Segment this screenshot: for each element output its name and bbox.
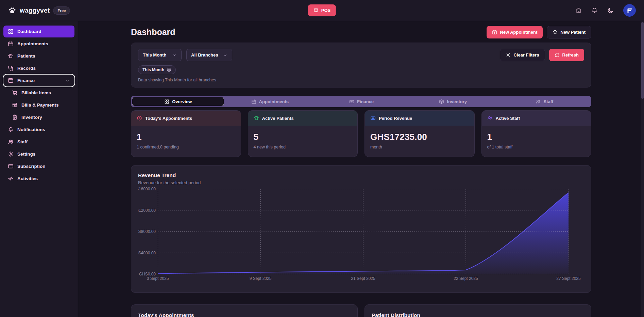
package-icon: [439, 99, 444, 104]
sidebar-item-label: Appointments: [17, 41, 48, 46]
stat-card-active-staff: Active Staff1of 1 total staff: [481, 110, 592, 157]
topbar: waggyvet Free POS: [0, 0, 644, 21]
bottom-card-todays-appointments: Today's Appointments0 scheduled for toda…: [131, 304, 358, 317]
paw-icon: [8, 53, 14, 59]
bell-icon[interactable]: [591, 7, 598, 14]
page-title: Dashboard: [131, 27, 175, 37]
sidebar-item-inventory[interactable]: Inventory: [7, 111, 74, 123]
branch-select[interactable]: All Branches: [186, 49, 232, 61]
sidebar-item-appointments[interactable]: Appointments: [3, 38, 74, 50]
stat-card-todays-appointments: Today's Appointments11 confirmed,0 pendi…: [131, 110, 241, 157]
x-axis-tick: 27 Sept 2025: [556, 276, 580, 281]
period-select[interactable]: This Month: [138, 49, 182, 61]
sidebar-item-label: Dashboard: [17, 29, 41, 34]
card-title: Today's Appointments: [138, 312, 351, 317]
tab-appointments[interactable]: Appointments: [224, 97, 316, 106]
stat-value: 1: [137, 132, 235, 142]
remove-filter-icon[interactable]: [167, 67, 171, 72]
filter-summary: Data showing This Month for all branches: [138, 78, 584, 82]
stat-subtext: 4 new this period: [254, 145, 352, 149]
stat-card-period-revenue: Period RevenueGHS17235.00month: [365, 110, 475, 157]
tab-overview[interactable]: Overview: [132, 97, 224, 106]
sidebar-item-label: Staff: [17, 139, 28, 144]
sidebar-item-patients[interactable]: Patients: [3, 50, 74, 62]
sidebar-item-label: Records: [17, 66, 36, 71]
sidebar-item-activities[interactable]: Activities: [3, 173, 74, 185]
sidebar-item-label: Bills & Payments: [21, 102, 59, 108]
users-icon: [8, 139, 14, 145]
avatar[interactable]: [623, 4, 636, 17]
stat-card-active-patients: Active Patients54 new this period: [248, 110, 358, 157]
y-axis-labels: GHS16000.00GHS12000.00GHS8000.00GHS4000.…: [138, 189, 156, 274]
plan-badge: Free: [53, 6, 70, 15]
sidebar-item-billable-items[interactable]: Billable Items: [7, 87, 74, 99]
bottom-grid: Today's Appointments0 scheduled for toda…: [131, 304, 591, 317]
sidebar-item-dashboard[interactable]: Dashboard: [3, 26, 74, 37]
sidebar-item-label: Inventory: [21, 115, 42, 120]
new-appointment-button[interactable]: New Appointment: [487, 26, 543, 38]
y-axis-tick: GHS4000.00: [138, 251, 156, 255]
tab-finance[interactable]: Finance: [316, 97, 407, 106]
credit-card-icon: [8, 163, 14, 169]
chart-title: Revenue Trend: [138, 172, 584, 178]
wallet-icon: [8, 78, 14, 83]
sidebar-item-records[interactable]: Records: [3, 62, 74, 74]
sidebar-item-staff[interactable]: Staff: [3, 136, 74, 148]
clipboard-icon: [12, 114, 18, 120]
grid-icon: [8, 29, 14, 34]
pos-button[interactable]: POS: [308, 4, 336, 16]
chevron-down-icon: [172, 53, 177, 58]
page-header: Dashboard New Appointment New Patient: [131, 26, 591, 38]
stat-title: Active Staff: [496, 116, 520, 121]
brand-name: waggyvet: [20, 7, 50, 14]
new-patient-button[interactable]: New Patient: [547, 26, 591, 38]
stethoscope-icon: [8, 65, 14, 71]
scrollbar[interactable]: [641, 21, 644, 317]
chevron-down-icon: [223, 53, 227, 58]
topbar-actions: [575, 4, 636, 17]
moon-icon[interactable]: [607, 7, 614, 14]
sidebar-item-settings[interactable]: Settings: [3, 148, 74, 160]
sidebar-item-label: Subscription: [17, 164, 46, 169]
bell-icon: [8, 127, 14, 132]
scrollbar-thumb[interactable]: [641, 22, 644, 99]
sidebar-item-label: Finance: [17, 78, 35, 83]
stat-value: 1: [487, 132, 586, 142]
gear-icon: [8, 151, 14, 157]
grid-icon: [164, 99, 169, 104]
sidebar-item-finance[interactable]: Finance: [3, 75, 74, 86]
stats-grid: Today's Appointments11 confirmed,0 pendi…: [131, 110, 591, 157]
home-icon[interactable]: [575, 7, 582, 14]
x-axis-labels: 3 Sept 20259 Sept 202521 Sept 202522 Sep…: [158, 276, 569, 283]
sidebar-item-label: Notifications: [17, 127, 45, 132]
calendar-plus-icon: [492, 30, 497, 35]
sidebar-item-subscription[interactable]: Subscription: [3, 160, 74, 172]
stat-subtext: 1 confirmed,0 pending: [137, 145, 235, 149]
tab-label: Staff: [543, 99, 553, 104]
tab-inventory[interactable]: Inventory: [407, 97, 499, 106]
tab-staff[interactable]: Staff: [499, 97, 590, 106]
refresh-button[interactable]: Refresh: [549, 49, 584, 61]
banknote-icon: [349, 99, 354, 104]
sidebar-item-notifications[interactable]: Notifications: [3, 124, 74, 136]
sidebar-item-label: Activities: [17, 176, 38, 181]
store-icon: [313, 8, 319, 13]
calendar-icon: [8, 41, 14, 47]
cart-icon: [12, 90, 18, 96]
active-filter-chip[interactable]: This Month: [138, 65, 176, 74]
x-axis-tick: 21 Sept 2025: [351, 276, 375, 281]
clear-filters-button[interactable]: Clear Filters: [500, 49, 545, 61]
chevron-down-icon: [65, 78, 70, 83]
stat-title: Period Revenue: [379, 116, 412, 121]
filter-actions: Clear Filters Refresh: [500, 49, 584, 61]
chip-label: This Month: [142, 67, 164, 72]
y-axis-tick: GHS16000.00: [138, 187, 156, 191]
users-icon: [536, 99, 541, 104]
y-axis-tick: GHS8000.00: [138, 229, 156, 234]
clear-filters-label: Clear Filters: [513, 53, 539, 57]
paw-icon: [553, 30, 558, 35]
tabs-bar: OverviewAppointmentsFinanceInventoryStaf…: [131, 96, 591, 107]
sidebar: DashboardAppointmentsPatientsRecordsFina…: [0, 21, 78, 317]
sidebar-item-bills-payments[interactable]: Bills & Payments: [7, 99, 74, 111]
new-patient-label: New Patient: [560, 30, 586, 34]
